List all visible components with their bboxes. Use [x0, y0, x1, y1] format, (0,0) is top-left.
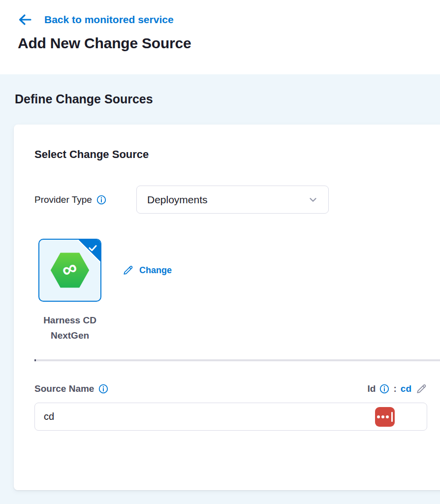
lastpass-autofill-icon[interactable]	[375, 407, 395, 427]
lastpass-dot	[386, 415, 389, 418]
back-link[interactable]: Back to monitored service	[18, 13, 174, 27]
page-header: Back to monitored service Add New Change…	[0, 0, 440, 74]
id-label: Id	[368, 383, 376, 394]
source-name-input-wrap	[34, 403, 427, 431]
info-icon[interactable]	[96, 195, 106, 205]
change-source-card: Select Change Source Provider Type Deplo…	[14, 125, 440, 490]
source-tile-row: ∞ Harness CD NextGen Change	[34, 239, 440, 343]
chevron-down-icon	[308, 194, 318, 205]
provider-type-value: Deployments	[147, 194, 208, 206]
check-icon	[88, 243, 98, 253]
lastpass-dot	[377, 415, 380, 418]
section-title: Define Change Sources	[0, 74, 440, 106]
change-link-label[interactable]: Change	[139, 265, 172, 276]
id-separator: :	[393, 383, 396, 394]
pencil-icon	[122, 264, 134, 276]
id-value: cd	[401, 383, 411, 394]
back-link-label[interactable]: Back to monitored service	[44, 14, 174, 26]
identifier-group: Id : cd	[368, 383, 427, 395]
back-arrow-icon	[18, 13, 32, 27]
lastpass-dot	[381, 415, 384, 418]
edit-id-button[interactable]	[415, 383, 427, 395]
card-title: Select Change Source	[34, 148, 440, 161]
source-name-row: Source Name Id : cd	[34, 383, 427, 395]
provider-type-row: Provider Type Deployments	[34, 186, 440, 214]
change-source-link[interactable]: Change	[122, 263, 172, 277]
info-icon[interactable]	[98, 384, 108, 394]
source-name-label: Source Name	[34, 383, 94, 394]
selected-source-tile[interactable]: ∞	[38, 239, 101, 302]
selected-source-name: Harness CD NextGen	[29, 313, 111, 343]
info-icon[interactable]	[379, 384, 389, 394]
page-title: Add New Change Source	[18, 35, 440, 52]
provider-type-label: Provider Type	[34, 194, 92, 205]
lastpass-bar	[391, 412, 393, 422]
source-name-input[interactable]	[34, 403, 427, 431]
tab-progress-tick	[34, 359, 36, 361]
provider-type-dropdown[interactable]: Deployments	[136, 186, 329, 214]
tab-progress-divider	[34, 359, 440, 361]
